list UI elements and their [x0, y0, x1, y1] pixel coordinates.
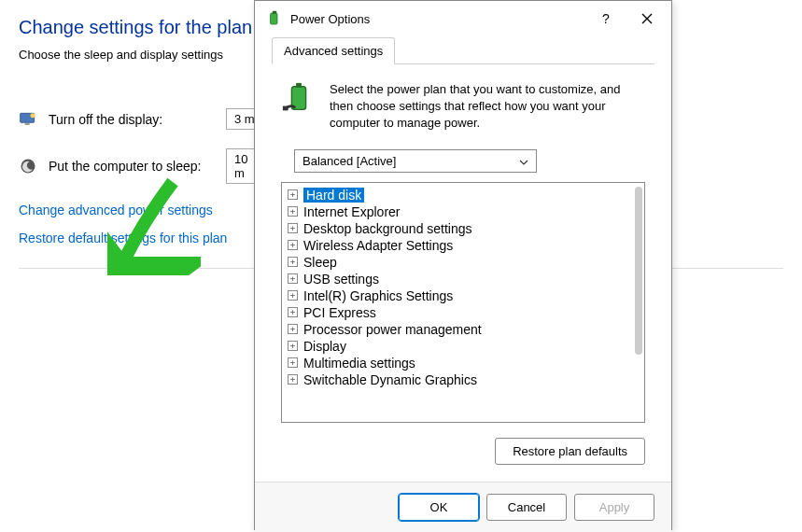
power-options-dialog: Power Options ? Advanced settings Select… [254, 0, 672, 530]
tree-item-label: Sleep [303, 255, 337, 270]
expand-icon[interactable]: + [288, 307, 298, 317]
dialog-title: Power Options [290, 12, 585, 26]
expand-icon[interactable]: + [288, 374, 298, 385]
tree-item[interactable]: +PCI Express [284, 304, 642, 321]
ok-button[interactable]: OK [399, 494, 479, 521]
tree-item-label: PCI Express [303, 305, 376, 320]
button-bar: OK Cancel Apply [255, 482, 671, 532]
expand-icon[interactable]: + [288, 341, 298, 351]
chevron-down-icon [519, 154, 528, 168]
tree-item[interactable]: +Processor power management [284, 321, 642, 338]
tree-item[interactable]: +USB settings [284, 271, 642, 287]
sleep-moon-icon [19, 157, 37, 175]
tree-item-label: Hard disk [303, 188, 364, 203]
svg-point-2 [31, 113, 35, 118]
power-plan-select[interactable]: Balanced [Active] [294, 149, 537, 173]
settings-tree[interactable]: +Hard disk+Internet Explorer+Desktop bac… [281, 182, 645, 423]
help-button[interactable]: ? [585, 5, 626, 33]
battery-plug-icon [281, 81, 317, 117]
tree-item[interactable]: +Sleep [284, 254, 642, 271]
expand-icon[interactable]: + [288, 206, 298, 217]
tree-item-label: Intel(R) Graphics Settings [303, 288, 453, 303]
scrollbar[interactable] [635, 187, 642, 355]
expand-icon[interactable]: + [288, 257, 298, 267]
tree-item[interactable]: +Intel(R) Graphics Settings [284, 287, 642, 304]
monitor-icon [19, 110, 37, 129]
tree-item-label: Wireless Adapter Settings [303, 238, 453, 253]
close-icon [641, 13, 653, 24]
instruction-row: Select the power plan that you want to c… [272, 64, 654, 144]
tree-item[interactable]: +Switchable Dynamic Graphics [284, 371, 642, 388]
svg-rect-7 [296, 83, 302, 88]
expand-icon[interactable]: + [288, 357, 298, 368]
tree-item-label: Multimedia settings [303, 356, 415, 371]
svg-rect-5 [273, 11, 277, 14]
apply-button: Apply [574, 494, 654, 521]
tree-item-label: USB settings [303, 272, 379, 287]
tree-item[interactable]: +Desktop background settings [284, 220, 642, 237]
instruction-text: Select the power plan that you want to c… [330, 81, 645, 133]
cancel-button[interactable]: Cancel [486, 494, 567, 521]
tab-strip: Advanced settings [272, 36, 654, 64]
restore-plan-defaults-button[interactable]: Restore plan defaults [495, 438, 645, 465]
svg-rect-8 [283, 106, 288, 111]
tree-item-label: Processor power management [303, 322, 482, 337]
tree-item[interactable]: +Wireless Adapter Settings [284, 237, 642, 254]
tree-item-label: Desktop background settings [303, 221, 472, 236]
expand-icon[interactable]: + [288, 273, 298, 284]
expand-icon[interactable]: + [288, 223, 298, 233]
tree-item[interactable]: +Multimedia settings [284, 355, 642, 371]
titlebar: Power Options ? [255, 1, 671, 36]
sleep-timeout-label: Put the computer to sleep: [49, 159, 226, 174]
expand-icon[interactable]: + [288, 189, 298, 200]
power-options-icon [266, 10, 283, 27]
tree-item-label: Internet Explorer [303, 204, 401, 219]
expand-icon[interactable]: + [288, 240, 298, 250]
tree-item[interactable]: +Hard disk [284, 187, 642, 203]
svg-rect-1 [25, 123, 30, 125]
close-button[interactable] [626, 5, 668, 33]
tree-item[interactable]: +Internet Explorer [284, 203, 642, 220]
tab-advanced-settings[interactable]: Advanced settings [272, 37, 395, 64]
expand-icon[interactable]: + [288, 324, 298, 334]
power-plan-selected-label: Balanced [Active] [303, 154, 396, 168]
tree-item[interactable]: +Display [284, 338, 642, 355]
tree-item-label: Display [303, 339, 346, 354]
tree-item-label: Switchable Dynamic Graphics [303, 372, 477, 387]
display-timeout-label: Turn off the display: [49, 112, 226, 127]
svg-rect-4 [271, 13, 278, 24]
expand-icon[interactable]: + [288, 290, 298, 301]
